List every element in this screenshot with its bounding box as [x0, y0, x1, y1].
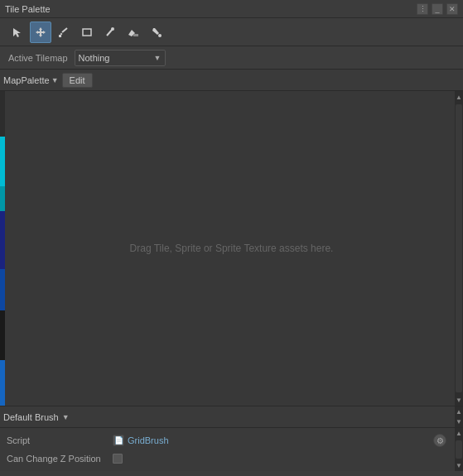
brush-scrollbar: ▲ ▼ — [455, 406, 463, 427]
prop-scroll-up[interactable]: ▲ — [455, 428, 463, 439]
select-tool[interactable] — [7, 22, 28, 43]
toolbar — [0, 18, 463, 46]
z-label: Can Change Z Position — [7, 454, 106, 464]
tilemap-value: Nothing — [79, 53, 110, 63]
strip-dark-1 — [0, 310, 5, 360]
script-value: 📄 GridBrush — [113, 435, 169, 446]
z-position-row: Can Change Z Position — [7, 450, 456, 468]
move-icon — [35, 26, 46, 38]
z-checkbox[interactable] — [113, 454, 123, 464]
svg-marker-1 — [36, 27, 46, 37]
fill-tool[interactable] — [146, 22, 167, 43]
palette-header: MapPalette ▼ Edit — [0, 70, 463, 91]
scroll-up[interactable]: ▲ — [455, 91, 463, 103]
canvas-area[interactable]: ▲ ▼ Drag Tile, Sprite or Sprite Texture … — [0, 91, 463, 406]
prop-scroll-track — [456, 440, 462, 459]
fill-icon — [151, 26, 162, 38]
erase-icon — [128, 26, 139, 38]
scroll-track — [456, 104, 462, 392]
title-bar: Tile Palette ⋮ _ ✕ — [0, 0, 463, 18]
paint-icon — [58, 26, 70, 38]
paint-tool[interactable] — [53, 22, 75, 43]
palette-dropdown[interactable]: MapPalette ▼ — [3, 75, 59, 85]
svg-point-11 — [158, 34, 162, 37]
more-btn[interactable]: ⋮ — [417, 3, 428, 15]
left-strip — [0, 91, 5, 406]
svg-line-4 — [62, 28, 67, 32]
picker-tool[interactable] — [99, 22, 121, 43]
svg-point-7 — [111, 27, 114, 31]
brush-bar: Default Brush ▼ ▲ ▼ — [0, 406, 463, 427]
strip-cyan-2 — [0, 186, 5, 211]
strip-blue-1 — [0, 211, 5, 269]
strip-dark-top — [0, 91, 5, 137]
gear-icon: ⚙ — [433, 434, 446, 447]
script-label: Script — [7, 435, 106, 445]
svg-rect-9 — [133, 34, 138, 36]
box-icon — [81, 26, 93, 38]
tilemap-dropdown[interactable]: Nothing ▼ — [75, 50, 166, 66]
move-tool[interactable] — [30, 22, 51, 43]
svg-rect-2 — [59, 35, 61, 37]
brush-dropdown[interactable]: Default Brush ▼ — [3, 412, 460, 422]
tilemap-row: Active Tilemap Nothing ▼ — [0, 46, 463, 70]
script-link[interactable]: GridBrush — [128, 435, 169, 445]
strip-blue-2 — [0, 269, 5, 310]
select-icon — [12, 26, 23, 38]
edit-button[interactable]: Edit — [62, 73, 93, 88]
erase-tool[interactable] — [123, 22, 144, 43]
script-row: Script 📄 GridBrush ⚙ — [7, 431, 456, 450]
brush-label: Default Brush — [3, 412, 59, 422]
strip-blue-3 — [0, 360, 5, 406]
close-btn[interactable]: ✕ — [446, 3, 458, 15]
svg-marker-0 — [13, 28, 21, 37]
window-title: Tile Palette — [5, 4, 51, 14]
prop-scrollbar: ▲ ▼ — [455, 428, 463, 471]
palette-name: MapPalette — [3, 75, 50, 85]
brush-scroll-up[interactable]: ▲ — [455, 406, 463, 417]
tilemap-label: Active Tilemap — [8, 53, 68, 63]
title-bar-buttons: ⋮ _ ✕ — [417, 3, 458, 15]
svg-marker-10 — [152, 28, 159, 35]
scroll-down[interactable]: ▼ — [455, 394, 463, 406]
tilemap-arrow: ▼ — [154, 54, 162, 62]
brush-arrow: ▼ — [62, 413, 70, 421]
script-icon: 📄 — [113, 435, 124, 446]
title-bar-left: Tile Palette — [5, 4, 51, 14]
svg-rect-3 — [60, 32, 63, 35]
properties-area: Script 📄 GridBrush ⚙ Can Change Z Positi… — [0, 427, 463, 471]
canvas-scrollbar: ▲ ▼ — [455, 91, 463, 406]
strip-cyan-1 — [0, 137, 5, 186]
picker-icon — [104, 26, 116, 38]
box-tool[interactable] — [76, 22, 98, 43]
drag-hint: Drag Tile, Sprite or Sprite Texture asse… — [130, 243, 334, 254]
brush-scroll-down[interactable]: ▼ — [455, 417, 463, 428]
prop-scroll-down[interactable]: ▼ — [455, 460, 463, 471]
gear-btn[interactable]: ⚙ — [433, 434, 446, 447]
svg-rect-5 — [83, 29, 91, 36]
minimize-btn[interactable]: _ — [432, 3, 443, 15]
palette-arrow: ▼ — [51, 76, 59, 84]
